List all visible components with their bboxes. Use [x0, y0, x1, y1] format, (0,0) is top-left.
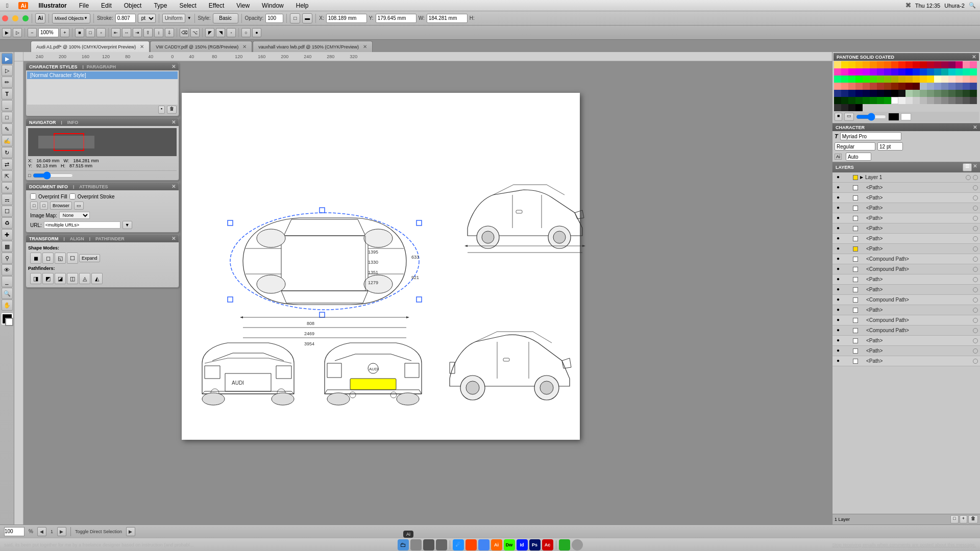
tab-vw-close[interactable]: ✕ [242, 44, 247, 49]
view-btn1[interactable]: ■ [75, 28, 84, 37]
w-input[interactable] [427, 14, 468, 23]
swatch-33[interactable] [920, 68, 927, 76]
navigator-close[interactable]: ✕ [172, 119, 176, 125]
image-map-select[interactable]: None [59, 212, 90, 219]
layer-compound-2[interactable]: ● <Compound Path> [832, 264, 980, 274]
pantone-header[interactable]: PANTONE SOLID COATED ✕ [834, 53, 979, 61]
dock-firefox[interactable] [465, 539, 477, 550]
measure-tool[interactable]: ⎯ [2, 276, 13, 287]
char-style-delete[interactable]: 🗑 [167, 106, 177, 114]
layer-path-11[interactable]: ● <Path> [832, 346, 980, 356]
artboard[interactable]: 1395 1330 1351 1279 633 921 808 2469 395… [182, 93, 580, 440]
font-style-input[interactable] [835, 142, 875, 151]
window-maximize-btn[interactable] [22, 15, 29, 21]
menu-select[interactable]: Select [177, 2, 198, 9]
nav-zoom-icon[interactable]: □ [28, 173, 31, 178]
swatch-61[interactable] [834, 83, 841, 90]
swatch-60[interactable] [970, 76, 977, 83]
minus-back-icon[interactable]: ◭ [91, 273, 103, 284]
selection-tool[interactable]: ▶ [2, 53, 13, 64]
unite-icon[interactable]: ◼ [30, 253, 41, 264]
swatch-102[interactable] [841, 97, 848, 104]
tab-vw[interactable]: VW CADDY.pdf @ 150% (RGB/Preview) ✕ [150, 41, 252, 52]
swatch-34[interactable] [927, 68, 934, 76]
layer-path-10[interactable]: ● <Path> [832, 336, 980, 346]
swatch-67[interactable] [877, 83, 884, 90]
swatch-68[interactable] [884, 83, 891, 90]
y-input[interactable] [376, 14, 416, 23]
divide-icon[interactable]: ◨ [30, 273, 41, 284]
swatch-56[interactable] [941, 76, 948, 83]
search-icon[interactable]: 🔍 [969, 2, 976, 9]
swatch-1[interactable] [834, 61, 841, 68]
swatch-69[interactable] [891, 83, 898, 90]
transform-btn2[interactable]: ◥ [216, 28, 225, 37]
swatch-92[interactable] [913, 90, 920, 97]
swatch-75[interactable] [934, 83, 941, 90]
align-right[interactable]: ⇥ [133, 28, 142, 37]
swatch-97[interactable] [948, 90, 955, 97]
status-arrow[interactable]: ▶ [126, 527, 135, 536]
swatch-114[interactable] [927, 97, 934, 104]
tab-vauxhall-close[interactable]: ✕ [363, 44, 367, 49]
swatch-115[interactable] [934, 97, 941, 104]
swatch-35[interactable] [934, 68, 941, 76]
swatch-23[interactable] [848, 68, 855, 76]
x-input[interactable] [326, 14, 367, 23]
swatch-58[interactable] [955, 76, 963, 83]
style-btn[interactable]: Basic [213, 13, 238, 23]
swatch-42[interactable] [841, 76, 848, 83]
object-btn1[interactable]: ○ [241, 28, 251, 37]
dock-acrobat[interactable]: Ac [542, 539, 553, 550]
pantone-slider[interactable] [856, 115, 887, 119]
swatch-96[interactable] [941, 90, 948, 97]
layer-1-eye[interactable]: ● [835, 174, 842, 181]
layer-path-3[interactable]: ● <Path> [832, 203, 980, 213]
swatch-76[interactable] [941, 83, 948, 90]
swatch-55[interactable] [934, 76, 941, 83]
swatch-66[interactable] [870, 83, 877, 90]
swatch-109[interactable] [891, 97, 898, 104]
swatch-94[interactable] [927, 90, 934, 97]
overprint-stroke-check[interactable] [69, 193, 76, 199]
pantone-small-btn[interactable]: ▭ [844, 113, 854, 121]
swatch-119[interactable] [963, 97, 970, 104]
dock-messages[interactable] [559, 539, 570, 550]
swatch-39[interactable] [963, 68, 970, 76]
tab-vauxhall[interactable]: vauxhall vivaro lwb.pdf @ 150% (CMYK/Pre… [253, 41, 373, 52]
swatch-13[interactable] [920, 61, 927, 68]
swatch-40[interactable] [970, 68, 977, 76]
expand-btn[interactable]: Expand [79, 254, 100, 262]
swatch-57[interactable] [948, 76, 955, 83]
swatch-50[interactable] [898, 76, 905, 83]
swatch-100[interactable] [970, 90, 977, 97]
swatch-2[interactable] [841, 61, 848, 68]
next-page-btn[interactable]: ▶ [57, 527, 66, 536]
freetransform-tool[interactable]: ☐ [2, 206, 13, 217]
swatch-105[interactable] [863, 97, 870, 104]
path-2-eye[interactable]: ● [835, 194, 842, 202]
swatch-93[interactable] [920, 90, 927, 97]
normal-char-style-item[interactable]: [Normal Character Style] [27, 71, 178, 79]
path-1-target[interactable] [973, 185, 978, 190]
swatch-72[interactable] [913, 83, 920, 90]
dock-dreamweaver[interactable]: Dw [504, 539, 515, 550]
crop-icon[interactable]: ◫ [67, 273, 78, 284]
distrib-h[interactable]: ⌫ [180, 28, 189, 37]
path-2-target[interactable] [973, 195, 978, 201]
stroke-value-input[interactable] [115, 14, 136, 23]
swatch-20[interactable] [970, 61, 977, 68]
icon-group1[interactable]: □ [290, 13, 300, 23]
swatch-73[interactable] [920, 83, 927, 90]
align-bottom[interactable]: ⇩ [165, 28, 174, 37]
stroke-color[interactable] [5, 318, 13, 326]
line-tool[interactable]: ⎯ [2, 100, 13, 111]
swatch-86[interactable] [870, 90, 877, 97]
window-minimize-btn[interactable] [12, 15, 18, 21]
transform-btn1[interactable]: ◤ [205, 28, 214, 37]
opacity-input[interactable] [265, 14, 283, 23]
swatch-116[interactable] [941, 97, 948, 104]
align-center-h[interactable]: ↔ [122, 28, 131, 37]
swatch-18[interactable] [955, 61, 963, 68]
outline-icon[interactable]: ◬ [79, 273, 90, 284]
